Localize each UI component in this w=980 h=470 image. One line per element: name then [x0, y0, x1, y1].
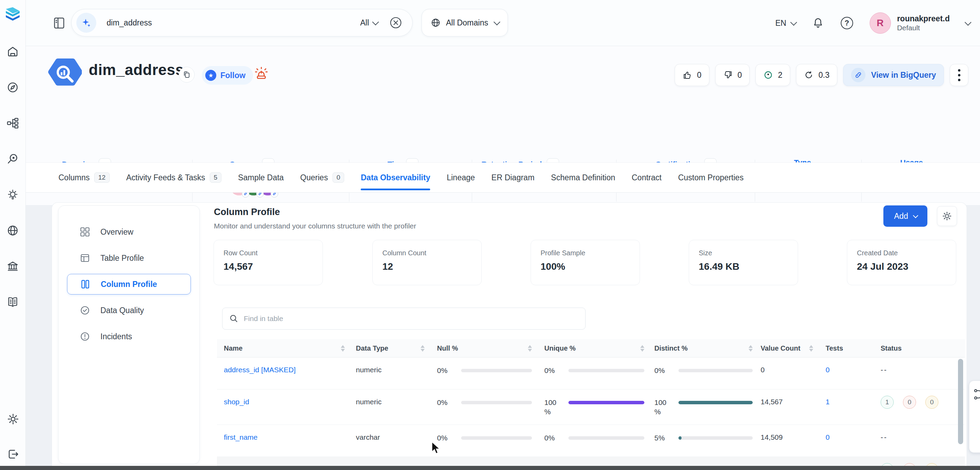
tab-activity-feeds-tasks[interactable]: Activity Feeds & Tasks5 — [126, 163, 221, 192]
profiler-nav-overview[interactable]: Overview — [59, 219, 199, 245]
column-header-null[interactable]: Null % — [434, 344, 537, 352]
follow-button[interactable]: ★ Follow — [202, 66, 253, 84]
link-icon — [851, 68, 865, 82]
collate-logo-icon[interactable] — [5, 6, 20, 25]
language-selector[interactable]: EN — [775, 19, 795, 28]
grid-icon — [80, 227, 90, 237]
star-icon: ★ — [205, 70, 216, 81]
observability-flow-icon[interactable] — [6, 117, 19, 129]
domain-selector[interactable]: All Domains — [422, 9, 508, 37]
profiler-nav-label: Incidents — [100, 332, 132, 341]
column-header-distinct[interactable]: Distinct % — [649, 344, 757, 352]
metric-cell: 0% — [434, 398, 537, 407]
tab-custom-properties[interactable]: Custom Properties — [678, 163, 743, 192]
table-row-shop-id[interactable]: shop_idnumeric0%100 %100 %14,5671100 — [217, 389, 965, 425]
govern-bank-icon[interactable] — [6, 260, 19, 272]
metric-cell: 100 % — [649, 398, 757, 416]
incident-count-button[interactable]: 2 — [756, 64, 790, 86]
notifications-bell-icon[interactable] — [812, 17, 824, 29]
explore-compass-icon[interactable] — [6, 81, 19, 94]
check-circle-icon — [80, 305, 90, 315]
logout-icon[interactable] — [7, 448, 19, 460]
sort-icon[interactable] — [528, 345, 532, 352]
sort-icon[interactable] — [420, 345, 425, 352]
floating-widget[interactable] — [969, 381, 980, 453]
table-row-last-name[interactable]: last_namevarchar1%80%5%14,5091100 — [217, 457, 965, 467]
more-menu-button[interactable] — [950, 64, 968, 86]
tab-sample-data[interactable]: Sample Data — [238, 163, 284, 192]
tests-link[interactable]: 0 — [826, 433, 830, 441]
profiler-nav-data-quality[interactable]: Data Quality — [59, 297, 199, 323]
table-row-first-name[interactable]: first_namevarchar0%0%5%14,5090-- — [217, 425, 965, 457]
tab-columns[interactable]: Columns12 — [59, 163, 110, 192]
tab-er-diagram[interactable]: ER Diagram — [492, 163, 535, 192]
tab-lineage[interactable]: Lineage — [447, 163, 475, 192]
upvote-button[interactable]: 0 — [675, 64, 710, 86]
data-type: numeric — [354, 398, 434, 406]
domains-globe-icon[interactable] — [6, 224, 19, 237]
search-scope-select[interactable]: All — [360, 18, 377, 27]
column-header-data-type[interactable]: Data Type — [354, 344, 434, 352]
chevron-down-icon — [913, 213, 918, 218]
profiler-nav-label: Data Quality — [100, 306, 144, 315]
sort-icon[interactable] — [749, 345, 753, 352]
entity-actions: 0 0 2 0.3 View in BigQuery — [675, 64, 968, 86]
tests-link[interactable]: 0 — [826, 366, 830, 374]
chevron-down-icon — [964, 19, 971, 26]
insights-search-icon[interactable] — [6, 153, 19, 165]
home-icon[interactable] — [6, 45, 19, 58]
chevron-down-icon — [372, 19, 379, 25]
sort-icon[interactable] — [640, 345, 644, 352]
stat-card-created-date: Created Date24 Jul 2023 — [847, 240, 956, 285]
tab-schema-definition[interactable]: Schema Definition — [551, 163, 615, 192]
vertical-scrollbar[interactable] — [958, 359, 963, 444]
find-in-table-input[interactable] — [244, 314, 578, 323]
alerts-bulb-icon[interactable] — [6, 188, 19, 201]
metric-cell: 0% — [537, 433, 649, 443]
metric-cell: 0% — [537, 366, 649, 375]
status-empty: -- — [881, 366, 888, 374]
status-badge-success: 1 — [881, 396, 894, 409]
copy-name-icon[interactable] — [179, 67, 195, 83]
tier-score-button[interactable]: 0.3 — [796, 64, 837, 86]
view-in-bigquery-button[interactable]: View in BigQuery — [843, 64, 944, 86]
tab-queries[interactable]: Queries0 — [300, 163, 344, 192]
search-icon — [229, 314, 238, 323]
tab-contract[interactable]: Contract — [632, 163, 662, 192]
user-menu[interactable]: R rounakpreet.d Default — [870, 13, 970, 34]
profiler-settings-icon[interactable] — [937, 206, 957, 226]
search-clear-icon[interactable] — [389, 16, 402, 30]
tests-link[interactable]: 1 — [826, 398, 830, 406]
sort-icon[interactable] — [341, 345, 345, 352]
add-button[interactable]: Add — [883, 206, 928, 227]
refresh-icon — [804, 70, 814, 80]
chevron-down-icon — [493, 19, 500, 25]
section-subtitle: Monitor and understand your columns stru… — [214, 222, 416, 230]
column-header-value-count[interactable]: Value Count — [757, 344, 822, 352]
alert-circle-icon — [80, 331, 90, 342]
table-row-address-id-masked[interactable]: address_id [MASKED]numeric0%0%0%00-- — [217, 357, 965, 389]
tab-data-observability[interactable]: Data Observability — [361, 163, 430, 192]
status-empty: -- — [881, 433, 888, 441]
table-search[interactable] — [222, 307, 585, 330]
downvote-button[interactable]: 0 — [715, 64, 750, 86]
settings-gear-icon[interactable] — [7, 413, 19, 425]
column-name-link[interactable]: shop_id — [224, 398, 249, 406]
profiler-nav-table-profile[interactable]: Table Profile — [59, 245, 199, 271]
column-name-link[interactable]: first_name — [224, 433, 258, 441]
column-name-link[interactable]: address_id [MASKED] — [224, 366, 296, 374]
column-header-unique[interactable]: Unique % — [537, 344, 649, 352]
help-icon[interactable]: ? — [841, 17, 853, 29]
global-search-bar[interactable]: dim_address All — [71, 9, 413, 37]
stat-card-profile-sample: Profile Sample100% — [531, 240, 640, 285]
search-query[interactable]: dim_address — [107, 18, 152, 27]
profiler-nav-incidents[interactable]: Incidents — [59, 323, 199, 350]
profiler-nav-column-profile[interactable]: Column Profile — [67, 274, 191, 295]
sidebar-toggle-icon[interactable] — [52, 16, 66, 30]
glossary-book-icon[interactable] — [6, 296, 19, 308]
section-title: Column Profile — [214, 207, 280, 217]
alert-siren-icon[interactable] — [253, 65, 269, 83]
user-avatar: R — [870, 13, 891, 34]
sort-icon[interactable] — [809, 345, 813, 352]
column-header-name[interactable]: Name — [217, 344, 354, 352]
